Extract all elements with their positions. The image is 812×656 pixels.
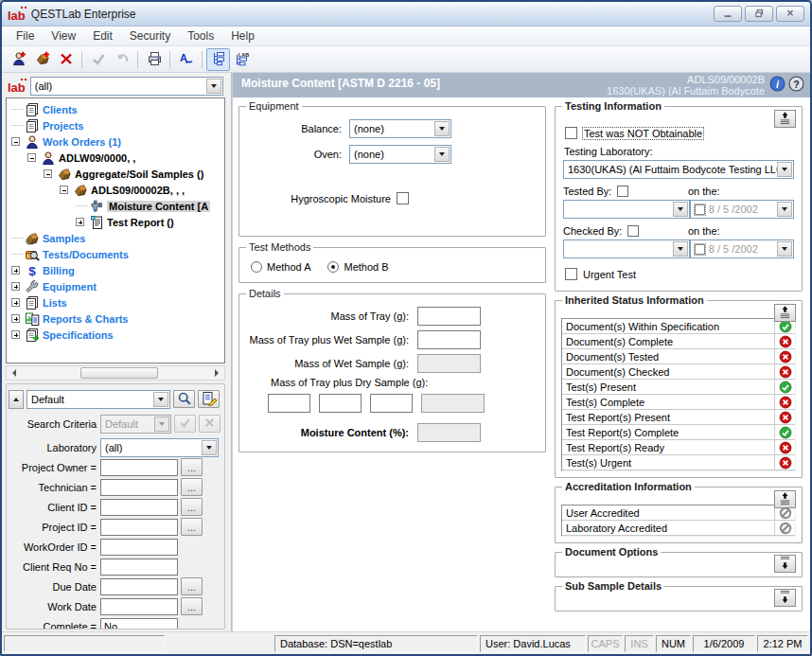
- tree-item-projects[interactable]: Projects: [7, 117, 224, 133]
- chevron-down-icon[interactable]: [777, 162, 792, 177]
- chevron-down-icon[interactable]: [153, 392, 168, 407]
- urgent-test-checkbox[interactable]: [565, 268, 577, 280]
- tree-item-clients[interactable]: Clients: [7, 101, 224, 117]
- close-button[interactable]: [776, 6, 804, 22]
- due-date-browse-button[interactable]: ...: [181, 577, 203, 595]
- laboratory-combo[interactable]: (all): [100, 438, 219, 457]
- menu-view[interactable]: View: [43, 27, 84, 44]
- lab-tree-view-button[interactable]: LAB: [230, 48, 254, 71]
- hygroscopic-checkbox[interactable]: [397, 192, 409, 204]
- tree-item-tests-documents[interactable]: Tests/Documents: [7, 246, 224, 262]
- help-icon[interactable]: ?: [788, 76, 804, 94]
- cancel-criteria-button[interactable]: [199, 415, 221, 433]
- menu-tools[interactable]: Tools: [179, 27, 222, 44]
- due-date-input[interactable]: [100, 578, 178, 595]
- new-client-button[interactable]: [7, 48, 30, 71]
- chevron-down-icon[interactable]: [434, 121, 450, 136]
- expand-plus-icon[interactable]: [11, 282, 20, 291]
- collapse-search-button[interactable]: [9, 390, 24, 409]
- chevron-down-icon[interactable]: [777, 241, 792, 257]
- apply-criteria-button[interactable]: [174, 415, 196, 433]
- scope-filter-combo[interactable]: (all): [30, 77, 223, 96]
- menu-security[interactable]: Security: [121, 27, 179, 44]
- tree-item-work-orders-1[interactable]: Work Orders (1): [7, 133, 224, 150]
- edit-search-button[interactable]: [198, 390, 220, 408]
- chevron-down-icon[interactable]: [434, 147, 450, 162]
- project-owner-input[interactable]: [100, 459, 178, 476]
- tree-item-aggregate-soil-samples[interactable]: Aggregate/Soil Samples (): [7, 166, 224, 182]
- collapse-minus-icon[interactable]: [60, 186, 68, 194]
- mass-tray-input[interactable]: [417, 307, 481, 326]
- expand-plus-icon[interactable]: [11, 266, 20, 275]
- menu-file[interactable]: File: [8, 27, 43, 44]
- expand-plus-icon[interactable]: [11, 298, 20, 307]
- tree-item-specifications[interactable]: Specifications: [7, 327, 224, 343]
- tree-item-billing[interactable]: $Billing: [7, 262, 224, 278]
- chevron-down-icon[interactable]: [777, 202, 792, 217]
- collapse-minus-icon[interactable]: [27, 153, 36, 162]
- minimize-button[interactable]: [714, 6, 742, 22]
- client-id-browse-button[interactable]: ...: [181, 498, 203, 516]
- chevron-down-icon[interactable]: [202, 440, 217, 455]
- dry-sample-input-3[interactable]: [370, 394, 413, 413]
- menu-edit[interactable]: Edit: [84, 27, 121, 44]
- tested-date-checkbox[interactable]: [695, 204, 705, 215]
- scrollbar-thumb[interactable]: [80, 367, 158, 379]
- new-sample-button[interactable]: [30, 48, 54, 71]
- dry-sample-input-1[interactable]: [268, 394, 310, 413]
- chevron-down-icon[interactable]: [673, 241, 688, 257]
- project-id-browse-button[interactable]: ...: [181, 518, 203, 536]
- testing-laboratory-combo[interactable]: 1630(UKAS) (Al Futtaim Bodycote Testing …: [563, 160, 794, 179]
- scroll-left-icon[interactable]: [7, 366, 22, 380]
- checked-date-picker[interactable]: 8 / 5 /2002: [690, 239, 794, 258]
- client-req-no-input[interactable]: [100, 558, 178, 576]
- oven-combo[interactable]: (none): [349, 145, 451, 164]
- tree-item-lists[interactable]: Lists: [7, 294, 224, 310]
- chevron-down-icon[interactable]: [206, 79, 221, 94]
- checked-date-checkbox[interactable]: [695, 244, 705, 255]
- method-b-radio[interactable]: Method B: [327, 261, 388, 273]
- tested-by-combo[interactable]: [563, 200, 690, 219]
- delete-button[interactable]: [54, 48, 78, 71]
- collapse-minus-icon[interactable]: [44, 169, 52, 178]
- confirm-button[interactable]: [86, 48, 110, 71]
- tree-item-samples[interactable]: Samples: [7, 230, 224, 246]
- project-owner-browse-button[interactable]: ...: [181, 458, 203, 476]
- collapse-accreditation-button[interactable]: [774, 490, 796, 508]
- tree-item-moisture-content-a[interactable]: Moisture Content [A: [7, 198, 224, 214]
- tree-item-equipment[interactable]: Equipment: [7, 278, 224, 294]
- collapse-testing-info-button[interactable]: [774, 110, 796, 128]
- client-id-input[interactable]: [100, 499, 178, 516]
- tree-item-test-report[interactable]: Test Report (): [7, 214, 224, 230]
- expand-sub-sample-button[interactable]: [774, 589, 796, 607]
- tree-view-button[interactable]: [206, 48, 230, 71]
- mass-tray-wet-input[interactable]: [417, 330, 481, 349]
- workorder-id-input[interactable]: [100, 539, 178, 556]
- info-icon[interactable]: i: [769, 76, 786, 94]
- print-button[interactable]: [142, 48, 166, 71]
- tree-horizontal-scrollbar[interactable]: [6, 365, 225, 381]
- expand-plus-icon[interactable]: [76, 218, 84, 226]
- titlebar[interactable]: lab QESTLab Enterprise: [2, 2, 810, 27]
- restore-button[interactable]: [745, 6, 773, 22]
- scroll-right-icon[interactable]: [209, 366, 224, 380]
- collapse-minus-icon[interactable]: [11, 137, 20, 146]
- dry-sample-input-2[interactable]: [319, 394, 362, 413]
- method-a-radio[interactable]: Method A: [251, 261, 310, 273]
- technician-input[interactable]: [100, 479, 178, 496]
- technician-browse-button[interactable]: ...: [181, 478, 203, 496]
- not-obtainable-checkbox[interactable]: [565, 127, 577, 139]
- checked-by-checkbox[interactable]: [627, 225, 639, 237]
- work-date-browse-button[interactable]: ...: [181, 597, 203, 615]
- expand-plus-icon[interactable]: [11, 314, 20, 323]
- project-id-input[interactable]: [100, 519, 178, 536]
- collapse-status-button[interactable]: [774, 304, 796, 322]
- balance-combo[interactable]: (none): [349, 119, 451, 138]
- run-search-button[interactable]: [173, 390, 195, 408]
- undo-button[interactable]: [110, 48, 133, 71]
- complete-input[interactable]: No: [100, 618, 178, 630]
- tree-item-adlw09-0000[interactable]: ADLW09/0000, ,: [7, 150, 224, 166]
- expand-document-options-button[interactable]: [774, 555, 796, 573]
- tested-by-checkbox[interactable]: [617, 186, 628, 197]
- menu-help[interactable]: Help: [222, 27, 263, 44]
